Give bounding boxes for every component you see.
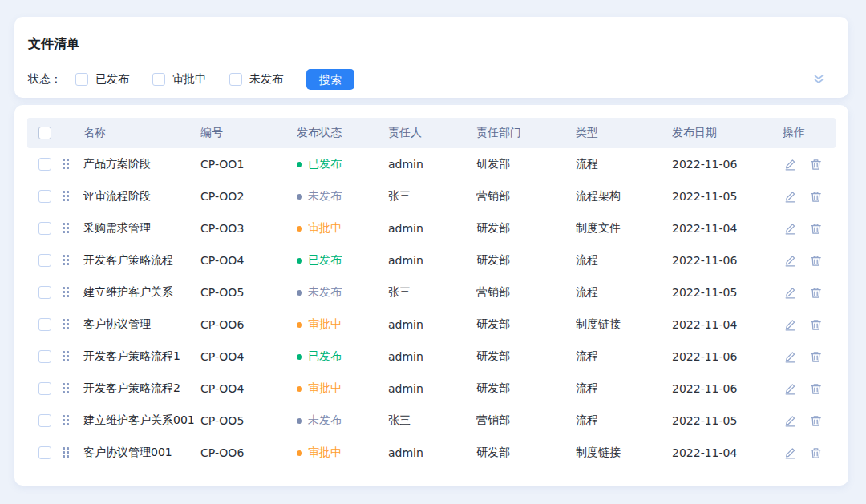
drag-handle-icon[interactable] bbox=[63, 415, 70, 426]
drag-handle-icon[interactable] bbox=[63, 255, 70, 266]
status-dot-icon bbox=[297, 386, 302, 392]
column-header-owner: 责任人 bbox=[388, 126, 476, 140]
row-checkbox[interactable] bbox=[38, 350, 51, 363]
delete-icon[interactable] bbox=[810, 223, 822, 235]
filter-checkbox-approving[interactable]: 审批中 bbox=[152, 72, 206, 87]
drag-handle-icon[interactable] bbox=[63, 223, 70, 234]
row-actions bbox=[783, 287, 836, 299]
department: 研发部 bbox=[476, 317, 576, 332]
filter-checkbox-published[interactable]: 已发布 bbox=[75, 72, 129, 87]
select-all-checkbox[interactable] bbox=[38, 127, 51, 139]
delete-icon[interactable] bbox=[810, 159, 822, 171]
row-actions bbox=[783, 255, 836, 267]
file-name: 建立维护客户关系001 bbox=[83, 413, 200, 428]
publish-date: 2022-11-06 bbox=[672, 382, 783, 395]
row-actions bbox=[783, 319, 836, 331]
row-checkbox[interactable] bbox=[38, 158, 51, 171]
row-checkbox[interactable] bbox=[38, 446, 51, 459]
publish-date: 2022-11-06 bbox=[672, 350, 783, 363]
checkbox-icon[interactable] bbox=[75, 73, 88, 86]
row-checkbox[interactable] bbox=[38, 254, 51, 267]
file-name: 产品方案阶段 bbox=[83, 157, 200, 171]
row-checkbox[interactable] bbox=[38, 286, 51, 299]
drag-handle-icon[interactable] bbox=[63, 159, 70, 170]
row-checkbox[interactable] bbox=[38, 318, 51, 331]
edit-icon[interactable] bbox=[784, 255, 796, 267]
edit-icon[interactable] bbox=[784, 191, 796, 203]
file-name: 开发客户策略流程1 bbox=[83, 349, 200, 364]
owner: admin bbox=[388, 382, 476, 395]
file-code: CP-OO1 bbox=[200, 158, 297, 171]
collapse-double-chevron-icon[interactable] bbox=[811, 73, 826, 86]
edit-icon[interactable] bbox=[784, 415, 796, 427]
publish-date: 2022-11-06 bbox=[672, 254, 783, 267]
publish-status-badge: 审批中 bbox=[297, 317, 388, 332]
filter-checkbox-unpublished[interactable]: 未发布 bbox=[229, 72, 283, 87]
file-code: CP-OO6 bbox=[200, 446, 297, 459]
edit-icon[interactable] bbox=[784, 159, 796, 171]
drag-handle-icon[interactable] bbox=[63, 191, 70, 202]
file-code: CP-OO6 bbox=[200, 318, 297, 331]
drag-handle-icon[interactable] bbox=[63, 319, 70, 330]
file-type: 流程 bbox=[576, 253, 672, 268]
owner: admin bbox=[388, 350, 476, 363]
column-header-status: 发布状态 bbox=[297, 126, 388, 140]
drag-handle-icon[interactable] bbox=[63, 351, 70, 362]
department: 研发部 bbox=[476, 349, 576, 364]
publish-date: 2022-11-05 bbox=[672, 414, 783, 427]
row-checkbox[interactable] bbox=[38, 382, 51, 395]
drag-handle-icon[interactable] bbox=[63, 287, 70, 298]
status-label: 已发布 bbox=[308, 253, 342, 268]
file-name: 建立维护客户关系 bbox=[83, 285, 200, 300]
department: 研发部 bbox=[476, 253, 576, 268]
delete-icon[interactable] bbox=[810, 255, 822, 267]
delete-icon[interactable] bbox=[810, 191, 822, 203]
file-type: 制度链接 bbox=[576, 446, 672, 460]
edit-icon[interactable] bbox=[784, 383, 796, 395]
publish-status-badge: 审批中 bbox=[297, 446, 388, 460]
publish-date: 2022-11-04 bbox=[672, 446, 783, 459]
checkbox-icon[interactable] bbox=[229, 73, 242, 86]
row-checkbox[interactable] bbox=[38, 190, 51, 203]
edit-icon[interactable] bbox=[784, 319, 796, 331]
status-dot-icon bbox=[297, 450, 302, 456]
delete-icon[interactable] bbox=[810, 319, 822, 331]
department: 研发部 bbox=[476, 157, 576, 171]
row-checkbox[interactable] bbox=[38, 414, 51, 427]
department: 营销部 bbox=[476, 413, 576, 428]
delete-icon[interactable] bbox=[810, 351, 822, 363]
search-button[interactable]: 搜索 bbox=[306, 69, 354, 90]
publish-date: 2022-11-06 bbox=[672, 158, 783, 171]
status-label: 未发布 bbox=[308, 189, 342, 204]
delete-icon[interactable] bbox=[810, 447, 822, 459]
file-name: 客户协议管理001 bbox=[83, 446, 200, 460]
owner: admin bbox=[388, 158, 476, 171]
delete-icon[interactable] bbox=[810, 287, 822, 299]
table-row: 开发客户策略流程1 CP-OO4 已发布 admin 研发部 流程 2022-1… bbox=[27, 341, 836, 373]
drag-handle-icon[interactable] bbox=[63, 383, 70, 394]
publish-date: 2022-11-05 bbox=[672, 190, 783, 203]
delete-icon[interactable] bbox=[810, 383, 822, 395]
table-row: 客户协议管理 CP-OO6 审批中 admin 研发部 制度链接 2022-11… bbox=[27, 308, 836, 341]
status-label: 未发布 bbox=[308, 413, 342, 428]
status-dot-icon bbox=[297, 290, 302, 296]
file-type: 制度文件 bbox=[576, 221, 672, 236]
file-name: 采购需求管理 bbox=[83, 221, 200, 236]
drag-handle-icon[interactable] bbox=[63, 447, 70, 458]
file-name: 开发客户策略流程 bbox=[83, 253, 200, 268]
row-checkbox[interactable] bbox=[38, 222, 51, 235]
edit-icon[interactable] bbox=[784, 287, 796, 299]
department: 研发部 bbox=[476, 446, 576, 460]
checkbox-icon[interactable] bbox=[152, 73, 165, 86]
edit-icon[interactable] bbox=[784, 223, 796, 235]
owner: 张三 bbox=[388, 189, 476, 204]
edit-icon[interactable] bbox=[784, 351, 796, 363]
publish-date: 2022-11-04 bbox=[672, 222, 783, 235]
delete-icon[interactable] bbox=[810, 415, 822, 427]
status-label: 审批中 bbox=[308, 381, 342, 396]
edit-icon[interactable] bbox=[784, 447, 796, 459]
file-code: CP-OO4 bbox=[200, 350, 297, 363]
file-name: 开发客户策略流程2 bbox=[83, 381, 200, 396]
page-title: 文件清单 bbox=[28, 36, 836, 52]
status-filter-label: 状态： bbox=[28, 72, 62, 87]
